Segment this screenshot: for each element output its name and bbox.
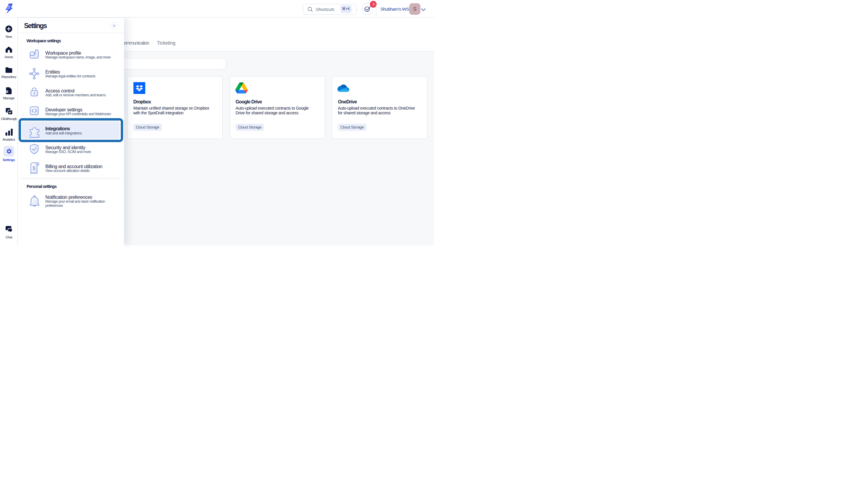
svg-text:$: $ bbox=[32, 166, 35, 171]
